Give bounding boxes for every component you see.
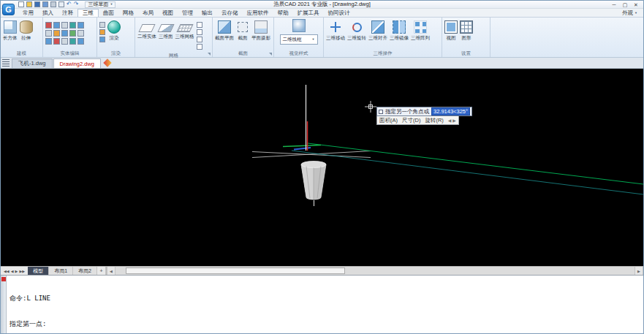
minimize-button[interactable]: ─ <box>610 1 618 8</box>
tab-surface[interactable]: 曲面 <box>99 9 118 17</box>
scroll-right-icon[interactable]: ▶ <box>634 267 643 275</box>
document-tab-drawing2[interactable]: Drawing2.dwg <box>53 58 102 68</box>
dialog-launcher-icon[interactable] <box>269 53 272 56</box>
tabulated-mesh-icon[interactable] <box>197 29 202 35</box>
3d-move-button[interactable]: 三维移动 <box>326 19 345 42</box>
solid-edit-tool-icon[interactable] <box>53 30 60 37</box>
solid-edit-tool-icon[interactable] <box>45 22 52 29</box>
2d-solid-button[interactable]: 二维实体 <box>137 19 156 40</box>
flatshot-button[interactable]: 平面摄影 <box>251 19 270 42</box>
tab-help[interactable]: 帮助 <box>273 9 293 17</box>
3d-mirror-button[interactable]: 三维镜像 <box>390 19 409 42</box>
command-history[interactable]: 命令:L LINE 指定第一点: 指定下一点或 [角度(A)/长度(L)/放弃(… <box>7 276 643 334</box>
tab-home[interactable]: 常用 <box>18 9 38 17</box>
tab-insert[interactable]: 插入 <box>38 9 58 17</box>
graphics-button[interactable]: 图形 <box>460 19 473 42</box>
visual-style-dropdown[interactable]: 二维线框 ▼ <box>280 34 318 45</box>
solid-edit-tool-icon[interactable] <box>77 30 84 37</box>
dialog-launcher-icon[interactable] <box>208 53 211 56</box>
drawing-menu-icon[interactable] <box>2 59 10 67</box>
horizontal-scrollbar[interactable]: ◀ ▶ <box>106 267 643 275</box>
solid-edit-tool-icon[interactable] <box>69 38 76 45</box>
section-button[interactable]: 截面 <box>236 19 249 42</box>
new-drawing-icon[interactable] <box>103 58 111 67</box>
scrollbar-track[interactable] <box>115 267 634 275</box>
tab-view[interactable]: 视图 <box>158 9 178 17</box>
command-window[interactable]: 命令:L LINE 指定第一点: 指定下一点或 [角度(A)/长度(L)/放弃(… <box>1 275 643 334</box>
command-window-grip[interactable] <box>1 276 7 334</box>
appearance-dropdown[interactable]: 外观 ▼ <box>616 9 643 17</box>
solid-edit-tool-icon[interactable] <box>61 38 68 45</box>
option-rotation[interactable]: 旋转(R) <box>425 117 443 124</box>
tab-layout[interactable]: 布局 <box>138 9 158 17</box>
revolved-mesh-icon[interactable] <box>197 22 202 28</box>
new-file-icon[interactable] <box>18 1 24 7</box>
3d-mesh-button[interactable]: 三维网格 <box>175 19 194 40</box>
tab-manage[interactable]: 管理 <box>178 9 197 17</box>
layout-tab-layout1[interactable]: 布局1 <box>49 267 73 275</box>
render-tool-icon[interactable] <box>99 29 105 35</box>
viewport[interactable]: 指定另一个角点或 32.9143<325° 面积(A) 尺寸(D) 旋转(R) … <box>1 69 643 266</box>
tab-3d[interactable]: 三维 <box>77 9 99 17</box>
solid-edit-tool-icon[interactable] <box>69 30 76 37</box>
solid-edit-tool-icon[interactable] <box>45 30 52 37</box>
box-button[interactable]: 长方体 <box>3 19 18 42</box>
visual-style-preview-icon[interactable] <box>292 19 306 32</box>
3d-array-button[interactable]: 三维阵列 <box>411 19 430 42</box>
plot-preview-icon[interactable] <box>58 1 64 7</box>
maximize-button[interactable]: ▢ <box>621 1 629 8</box>
tab-express-tools[interactable]: 扩展工具 <box>293 9 324 17</box>
option-area[interactable]: 面积(A) <box>379 117 398 124</box>
application-menu-button[interactable]: G <box>2 4 15 15</box>
3d-align-button[interactable]: 三维对齐 <box>368 19 387 42</box>
render-tool-icon[interactable] <box>99 37 105 42</box>
option-nav-arrows-icon[interactable]: ◀ ▶ <box>448 118 456 123</box>
section-plane-button[interactable]: 截面平面 <box>215 19 234 42</box>
prev-layout-icon[interactable]: ◀ <box>11 269 14 273</box>
add-layout-button[interactable]: + <box>97 267 106 275</box>
solid-edit-tool-icon[interactable] <box>77 22 84 29</box>
extrude-button[interactable]: 拉伸 <box>20 19 33 42</box>
viewport-canvas[interactable] <box>1 69 644 266</box>
scrollbar-thumb[interactable] <box>126 267 345 274</box>
ruled-mesh-icon[interactable] <box>197 37 202 42</box>
solid-edit-tool-icon[interactable] <box>77 38 84 45</box>
view-button[interactable]: 视图 <box>444 19 458 42</box>
3d-move-icon <box>329 20 342 34</box>
tab-output[interactable]: 输出 <box>197 9 217 17</box>
tab-apps[interactable]: 应用软件 <box>243 9 273 17</box>
tab-collaboration[interactable]: 协同设计 <box>324 9 355 17</box>
solid-edit-tool-icon[interactable] <box>53 22 60 29</box>
option-dimensions[interactable]: 尺寸(D) <box>402 117 420 124</box>
close-button[interactable]: ✕ <box>632 1 640 8</box>
solid-edit-tool-icon[interactable] <box>61 22 68 29</box>
scroll-left-icon[interactable]: ◀ <box>107 267 115 275</box>
redo-icon[interactable]: ↷ <box>74 1 79 7</box>
edge-mesh-icon[interactable] <box>197 44 202 50</box>
render-button[interactable]: 渲染 <box>107 19 121 42</box>
render-tool-icon[interactable] <box>99 22 105 28</box>
layout-tab-layout2[interactable]: 布局2 <box>73 267 97 275</box>
save-as-icon[interactable] <box>42 1 48 7</box>
solid-edit-tool-icon[interactable] <box>69 22 76 29</box>
tab-mesh[interactable]: 网格 <box>118 9 138 17</box>
solid-edit-tool-icon[interactable] <box>53 38 60 45</box>
tab-annotate[interactable]: 注释 <box>58 9 77 17</box>
save-icon[interactable] <box>34 1 40 7</box>
3d-rotate-button[interactable]: 三维旋转 <box>347 19 366 42</box>
last-layout-icon[interactable]: ▶▶ <box>19 269 25 273</box>
open-folder-icon[interactable] <box>26 1 32 7</box>
tab-cloud[interactable]: 云存储 <box>217 9 243 17</box>
dynamic-input-value[interactable]: 32.9143<325° <box>431 107 470 115</box>
3d-align-label: 三维对齐 <box>368 35 387 42</box>
print-icon[interactable] <box>50 1 56 7</box>
next-layout-icon[interactable]: ▶ <box>15 269 18 273</box>
layout-tab-model[interactable]: 模型 <box>28 267 49 275</box>
first-layout-icon[interactable]: ◀◀ <box>4 269 10 273</box>
workspace-dropdown[interactable]: 三维草图 ▼ <box>85 1 115 8</box>
solid-edit-tool-icon[interactable] <box>45 38 52 45</box>
undo-icon[interactable]: ↶ <box>67 1 72 7</box>
3d-face-button[interactable]: 三维面 <box>159 19 173 40</box>
document-tab-plane[interactable]: 飞机-1.dwg <box>12 58 53 68</box>
solid-edit-tool-icon[interactable] <box>61 30 68 37</box>
